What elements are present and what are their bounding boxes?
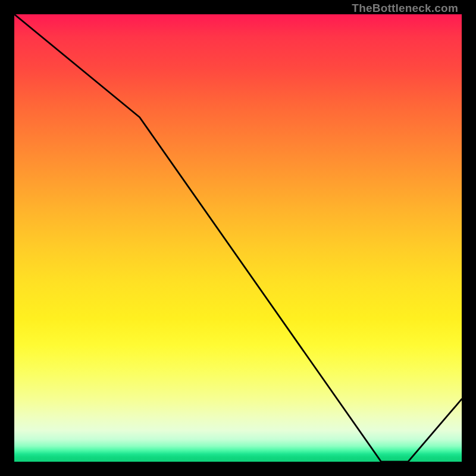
line-chart (14, 14, 462, 462)
attribution-link[interactable]: TheBottleneck.com (352, 2, 458, 14)
chart-frame: TheBottleneck.com (0, 0, 476, 476)
plot-area (14, 14, 462, 462)
series-line (14, 14, 462, 462)
